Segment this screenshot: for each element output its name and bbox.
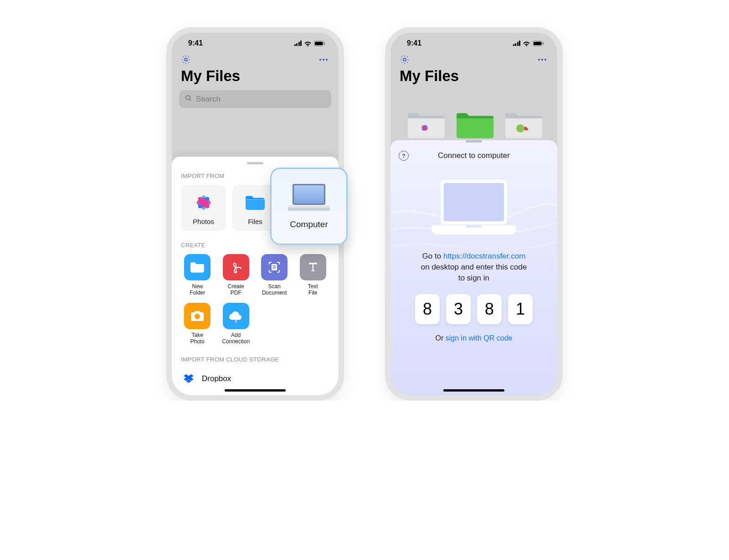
svg-rect-22	[294, 185, 324, 204]
pdf-icon	[223, 254, 249, 280]
wifi-icon	[523, 41, 530, 46]
status-bar: 9:41	[172, 33, 339, 49]
sheet-grabber[interactable]	[466, 140, 482, 143]
svg-point-20	[235, 321, 236, 322]
page-title: My Files	[172, 67, 339, 90]
page-title: My Files	[390, 67, 557, 90]
svg-line-5	[190, 99, 191, 101]
status-icons	[294, 41, 326, 46]
connect-title: Connect to computer	[390, 151, 557, 160]
qr-signin-link[interactable]: sign in with QR code	[446, 334, 513, 342]
code-digit: 1	[508, 294, 533, 324]
scan-document-label: Scan Document	[262, 283, 287, 296]
import-photos-label: Photos	[193, 218, 214, 225]
photos-icon	[193, 192, 214, 213]
scan-document[interactable]: Scan Document	[258, 254, 291, 296]
svg-rect-39	[444, 183, 504, 221]
status-bar: 9:41	[390, 33, 557, 49]
more-icon[interactable]	[318, 57, 329, 62]
import-computer-label: Computer	[290, 219, 328, 229]
cellular-icon	[294, 41, 302, 46]
import-computer[interactable]: Computer	[270, 168, 348, 245]
help-icon[interactable]: ?	[399, 151, 409, 161]
battery-icon	[314, 41, 326, 46]
import-photos[interactable]: Photos	[181, 185, 226, 231]
sheet-grabber[interactable]	[247, 162, 263, 164]
new-folder-icon	[184, 254, 210, 280]
status-icons	[513, 41, 545, 46]
wifi-icon	[304, 41, 312, 46]
create-new-folder-label: New Folder	[190, 283, 205, 296]
take-photo-label: Take Photo	[190, 332, 205, 345]
folder-item[interactable]	[407, 110, 443, 137]
status-time: 9:41	[188, 39, 203, 47]
search-placeholder: Search	[196, 95, 221, 104]
svg-rect-1	[315, 41, 323, 45]
folders-row	[390, 90, 557, 137]
create-pdf-label: Create PDF	[228, 283, 244, 296]
search-icon	[185, 94, 192, 104]
cloud-dropbox-label: Dropbox	[202, 374, 231, 383]
dropbox-icon	[184, 374, 194, 384]
cloud-add-icon	[223, 303, 249, 329]
take-photo[interactable]: Take Photo	[181, 303, 214, 345]
svg-point-18	[196, 315, 199, 318]
cloud-dropbox[interactable]: Dropbox	[172, 368, 339, 389]
folder-item[interactable]	[456, 110, 492, 137]
laptop-illustration	[431, 178, 517, 239]
text-file-label: Text File	[308, 283, 318, 296]
section-title-cloud: IMPORT FROM CLOUD STORAGE	[172, 354, 339, 368]
home-indicator[interactable]	[443, 389, 504, 392]
laptop-icon	[287, 183, 331, 213]
create-new-folder[interactable]: New Folder	[181, 254, 214, 296]
text-icon	[300, 254, 326, 280]
scan-icon	[261, 254, 287, 280]
settings-icon[interactable]	[400, 55, 410, 65]
battery-icon	[533, 41, 544, 46]
home-indicator[interactable]	[225, 389, 286, 392]
add-connection[interactable]: Add Connection	[220, 303, 253, 345]
code-digit: 8	[415, 294, 440, 324]
add-connection-label: Add Connection	[222, 332, 250, 345]
qr-line: Or sign in with QR code	[390, 334, 557, 342]
nav-row	[172, 49, 339, 67]
code-digit: 8	[477, 294, 502, 324]
svg-point-4	[186, 96, 190, 100]
folder-item[interactable]	[504, 110, 541, 137]
import-files-label: Files	[248, 218, 262, 225]
nav-row	[390, 49, 557, 67]
svg-rect-24	[288, 205, 330, 208]
code-digit: 3	[446, 294, 471, 324]
camera-icon	[184, 303, 210, 329]
svg-rect-26	[534, 41, 542, 45]
svg-rect-27	[543, 42, 544, 45]
create-pdf[interactable]: Create PDF	[220, 254, 253, 296]
svg-point-3	[185, 58, 187, 61]
folder-icon	[245, 192, 266, 213]
svg-point-37	[516, 124, 524, 132]
svg-rect-2	[324, 42, 325, 45]
status-time: 9:41	[407, 39, 421, 47]
google-drive-icon	[184, 395, 194, 395]
phone-import-sheet: 9:41 My Files Search	[166, 27, 344, 401]
more-icon[interactable]	[536, 57, 548, 62]
svg-rect-40	[466, 225, 482, 228]
search-input[interactable]: Search	[179, 90, 331, 108]
text-file[interactable]: Text File	[297, 254, 330, 296]
svg-point-28	[403, 58, 406, 61]
connect-sheet: ? Connect to computer Go to https://docs…	[390, 140, 557, 395]
cellular-icon	[513, 41, 521, 46]
settings-icon[interactable]	[181, 55, 191, 65]
code-row: 8 3 8 1	[390, 294, 557, 324]
phone-connect-sheet: 9:41 My Files	[385, 27, 563, 401]
